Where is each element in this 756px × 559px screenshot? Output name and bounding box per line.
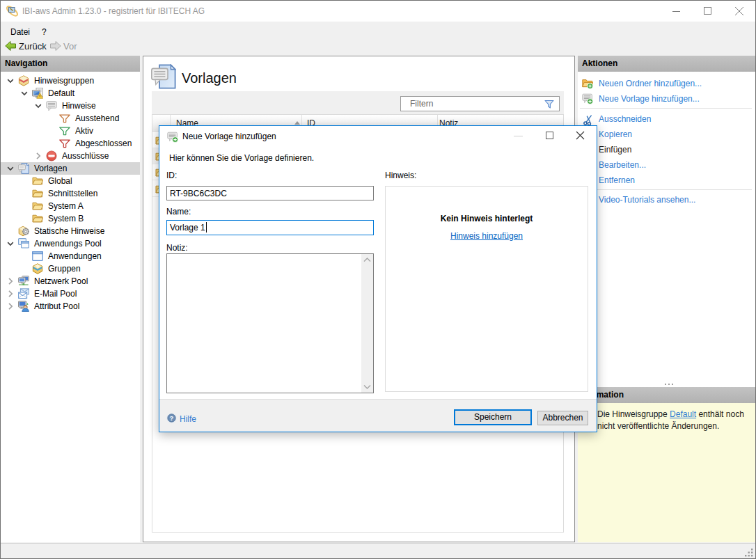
svg-text:?: ? bbox=[170, 414, 174, 422]
